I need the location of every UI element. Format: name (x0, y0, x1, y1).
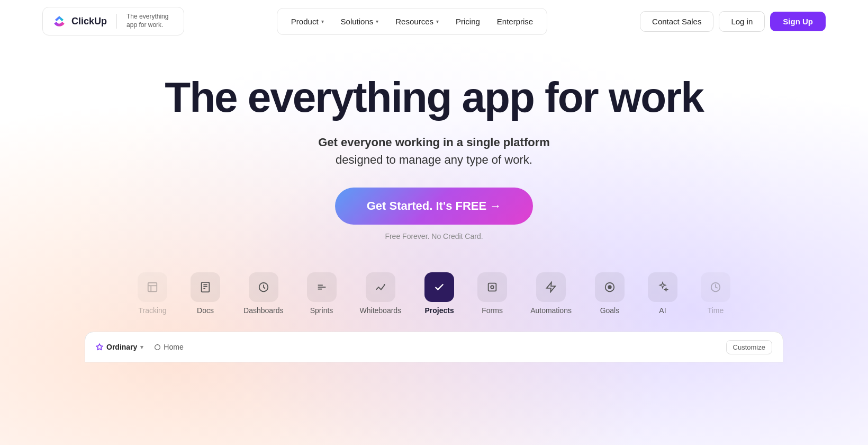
chevron-down-icon: ▾ (321, 19, 324, 24)
tab-label-docs: Docs (197, 306, 214, 315)
automations-icon-wrap (536, 272, 566, 302)
navbar: ClickUp The everything app for work. Pro… (0, 0, 868, 42)
tab-label-time: Time (708, 306, 724, 315)
tab-label-automations: Automations (530, 306, 572, 315)
tab-label-ai: AI (659, 306, 666, 315)
tab-time[interactable]: Time (691, 266, 740, 321)
svg-point-17 (711, 283, 720, 292)
whiteboards-icon-wrap (366, 272, 395, 302)
demo-toolbar: Ordinary ▾ Home Customize (85, 332, 783, 362)
dashboards-icon-wrap (249, 272, 278, 302)
forms-icon-wrap (477, 272, 507, 302)
workspace-icon (96, 343, 103, 351)
svg-marker-14 (547, 282, 556, 292)
tab-whiteboards[interactable]: Whiteboards (350, 266, 411, 321)
tracking-icon-wrap (138, 272, 167, 302)
workspace-selector[interactable]: Ordinary ▾ (96, 343, 143, 351)
svg-rect-0 (148, 283, 157, 292)
nav-menu: Product ▾ Solutions ▾ Resources ▾ Pricin… (277, 8, 547, 35)
contact-sales-button[interactable]: Contact Sales (640, 11, 713, 32)
cta-button[interactable]: Get Started. It's FREE → (335, 188, 534, 225)
hero-section: The everything app for work Get everyone… (0, 42, 868, 241)
signup-button[interactable]: Sign Up (770, 12, 826, 31)
home-link[interactable]: Home (154, 343, 183, 351)
projects-icon-wrap (424, 272, 454, 302)
goals-icon-wrap (595, 272, 625, 302)
chevron-down-icon: ▾ (436, 19, 439, 24)
tab-projects[interactable]: Projects (415, 266, 464, 321)
home-icon (154, 344, 161, 351)
tab-label-goals: Goals (600, 306, 620, 315)
workspace-chevron-icon: ▾ (140, 344, 143, 351)
tab-ai[interactable]: AI (638, 266, 687, 321)
tab-tracking[interactable]: Tracking (128, 266, 177, 321)
tab-dashboards[interactable]: Dashboards (234, 266, 293, 321)
svg-point-11 (384, 284, 385, 286)
logo-tagline: The everything app for work. (126, 13, 174, 29)
logo-name: ClickUp (71, 16, 107, 27)
logo-divider (116, 14, 117, 29)
hero-subtitle: Get everyone working in a single platfor… (0, 134, 868, 168)
tab-docs[interactable]: Docs (181, 266, 230, 321)
svg-marker-18 (96, 344, 103, 350)
sprints-icon-wrap (307, 272, 337, 302)
tab-label-whiteboards: Whiteboards (360, 306, 402, 315)
tab-goals[interactable]: Goals (585, 266, 634, 321)
tab-label-tracking: Tracking (138, 306, 166, 315)
svg-point-19 (155, 344, 160, 350)
time-icon-wrap (701, 272, 730, 302)
svg-point-13 (491, 286, 494, 289)
nav-item-pricing[interactable]: Pricing (448, 13, 487, 30)
login-button[interactable]: Log in (719, 11, 765, 32)
nav-actions: Contact Sales Log in Sign Up (640, 11, 826, 32)
feature-tabs: Tracking Docs Dashboards Sprints (0, 266, 868, 321)
tab-label-forms: Forms (482, 306, 503, 315)
tab-sprints[interactable]: Sprints (297, 266, 346, 321)
nav-item-resources[interactable]: Resources ▾ (388, 13, 446, 30)
logo-button[interactable]: ClickUp The everything app for work. (42, 7, 184, 35)
nav-item-product[interactable]: Product ▾ (284, 13, 331, 30)
customize-button[interactable]: Customize (726, 340, 772, 354)
nav-item-enterprise[interactable]: Enterprise (490, 13, 540, 30)
tab-label-projects: Projects (425, 306, 454, 315)
clickup-logo-icon (52, 14, 66, 28)
tab-label-dashboards: Dashboards (243, 306, 284, 315)
ai-icon-wrap (648, 272, 677, 302)
tab-label-sprints: Sprints (310, 306, 333, 315)
tab-forms[interactable]: Forms (468, 266, 517, 321)
chevron-down-icon: ▾ (376, 19, 378, 24)
nav-item-solutions[interactable]: Solutions ▾ (333, 13, 386, 30)
tab-automations[interactable]: Automations (521, 266, 581, 321)
svg-rect-12 (489, 283, 496, 291)
svg-point-16 (608, 285, 611, 289)
hero-note: Free Forever. No Credit Card. (0, 232, 868, 241)
docs-icon-wrap (191, 272, 220, 302)
hero-title: The everything app for work (0, 74, 868, 121)
